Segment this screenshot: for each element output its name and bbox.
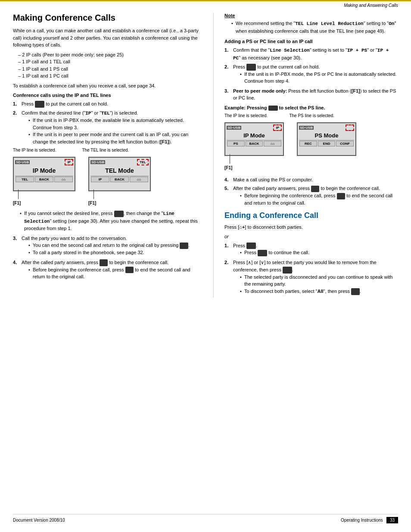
ending-step2-sub: The selected party is disconnected and y… xyxy=(233,274,398,295)
press-button-1 xyxy=(35,101,44,108)
step4-sub-list: Before beginning the conference call, pr… xyxy=(22,266,202,280)
f1-label-r: [F1] xyxy=(224,165,232,170)
step3-sub-1: You can end the second call and return t… xyxy=(28,242,202,249)
change-btn xyxy=(114,211,124,218)
ip-r-indicator: IP xyxy=(273,124,282,131)
remove-btn xyxy=(283,267,292,274)
ps-btn: PS xyxy=(227,141,245,146)
ps-mode-text: PS Mode xyxy=(299,132,354,139)
footer-operating-instructions: Operating Instructions xyxy=(341,518,383,523)
ending-step1-sub-1: Press to continue the call. xyxy=(240,249,398,256)
hold-btn-r xyxy=(246,64,256,71)
screen-tel: SD·USB TEL TEL Mode IP BACK ⌂⌂ xyxy=(88,157,151,191)
end-btn-r2 xyxy=(337,193,346,200)
screen-caption-tel: The TEL line is selected. xyxy=(82,148,129,152)
ending-step-2: Press [∧] or [∨] to select the party you… xyxy=(224,259,398,295)
arrow-line-right xyxy=(93,190,94,199)
conf-ip-tel-heading: Conference calls using the IP and TEL li… xyxy=(13,93,202,98)
screen-block-ip-r: SD·USB IP IP Mode PS BACK ⌂⌂ [F1] xyxy=(224,122,284,170)
screen-btns-ip-r: PS BACK ⌂⌂ xyxy=(227,140,282,147)
continue-btn xyxy=(258,250,267,257)
end-btn-inline xyxy=(180,243,188,249)
ending-step2-sub-2: To disconnect both parties, select "All"… xyxy=(240,288,398,295)
adding-step-5: After the called party answers, press to… xyxy=(224,185,398,206)
establish-note: To establish a conference call when you … xyxy=(13,82,202,90)
step3-sub-list: You can end the second call and return t… xyxy=(22,242,202,256)
footer-right: Operating Instructions 33 xyxy=(341,517,398,523)
ending-p1: Press [⌂+] to disconnect both parties. xyxy=(224,224,398,231)
ip-indicator: IP xyxy=(65,159,73,165)
note-bullet-1: We recommend setting the "TEL Line Level… xyxy=(231,20,398,34)
arrow-r-left xyxy=(230,154,230,164)
screen-block-ip: SD·USB IP IP Mode TEL BACK ⌂⌂ [F1] xyxy=(13,157,75,205)
screens-row-left: SD·USB IP IP Mode TEL BACK ⌂⌂ [F1] xyxy=(13,157,202,205)
right-column: Note We recommend setting the "TEL Line … xyxy=(224,13,398,298)
conf-btn-inline xyxy=(100,259,108,266)
ending-step-1: Press . Press to continue the call. xyxy=(224,242,398,257)
step4-sub-1: Before beginning the conference call, pr… xyxy=(28,266,202,280)
step-2: Confirm that the desired line ("IP" or "… xyxy=(13,109,202,146)
page-container: Making and Answering Calls Making Confer… xyxy=(0,0,411,532)
ip-btn: IP xyxy=(91,177,109,182)
arrow-line-left xyxy=(18,190,19,199)
adding-step-1: Confirm that the "Line Selection" settin… xyxy=(224,47,398,62)
ip-r-mode-text: IP Mode xyxy=(227,132,282,139)
note-heading: Note xyxy=(224,13,398,18)
footer: Document Version 2008/10 Operating Instr… xyxy=(13,514,398,523)
screens-row-right: SD·USB IP IP Mode PS BACK ⌂⌂ [F1] xyxy=(224,122,398,170)
back-btn: BACK xyxy=(35,177,53,182)
end-btn-inline-2 xyxy=(125,267,134,274)
page-title: Making Conference Calls xyxy=(13,13,202,23)
screen-caption-ip: The IP line is selected. xyxy=(13,148,56,152)
sdusb-r-right: SD·USB xyxy=(299,126,314,130)
ip-mode-text: IP Mode xyxy=(15,167,73,174)
screen-ip-r: SD·USB IP IP Mode PS BACK ⌂⌂ xyxy=(224,122,284,156)
after-screen-bullets: If you cannot select the desired line, p… xyxy=(13,210,202,232)
adding-step-3: Peer to peer mode only: Press the left f… xyxy=(224,87,398,102)
step2-sub-list: If the unit is in IP-PBX mode, the avail… xyxy=(22,117,202,145)
adding-step-4: Make a call using the PS or computer. xyxy=(224,176,398,184)
tel-indicator: TEL xyxy=(137,159,149,165)
steps-list: Press to put the current call on hold. C… xyxy=(13,100,202,145)
ending-title: Ending a Conference Call xyxy=(224,211,398,220)
back-btn-r: BACK xyxy=(246,141,263,146)
screen-ps: SD·USB PS Mode REC END CONF xyxy=(297,122,356,156)
back-btn-2: BACK xyxy=(110,177,129,182)
screen-caption-ip-r: The IP line is selected. xyxy=(224,113,268,118)
screen-captions-left: The IP line is selected. The TEL line is… xyxy=(13,148,202,152)
step-4: After the called party answers, press to… xyxy=(13,259,202,280)
intro-text: While on a call, you can make another ca… xyxy=(13,27,202,49)
footer-doc-version: Document Version 2008/10 xyxy=(13,518,65,523)
home-btn-2: ⌂⌂ xyxy=(130,177,148,182)
screen-buttons-tel: IP BACK ⌂⌂ xyxy=(90,176,149,183)
footer-page-number: 33 xyxy=(386,517,398,523)
steps-list-cont: Call the party you want to add to the co… xyxy=(13,235,202,280)
home-btn-r: ⌂⌂ xyxy=(264,141,281,146)
step3-sub-2: To call a party stored in the phonebook,… xyxy=(28,249,202,256)
top-header: Making and Answering Calls xyxy=(0,0,411,9)
ending-step1-sub: Press to continue the call. xyxy=(233,249,398,256)
end-btn: END xyxy=(318,141,336,146)
adding-steps-list: Confirm that the "Line Selection" settin… xyxy=(224,47,398,102)
screen-block-ps: SD·USB PS Mode REC END CONF xyxy=(297,122,356,156)
sdusb-r-left: SD·USB xyxy=(227,126,241,130)
adding-step2-sub: If the unit is in IP-PBX mode, the PS or… xyxy=(233,71,398,85)
step2-sub-2: If the unit is in peer to peer mode and … xyxy=(28,131,202,145)
tel-btn: TEL xyxy=(16,177,34,182)
screen-captions-right: The IP line is selected. The PS line is … xyxy=(224,113,398,118)
adding-step5-sub-1: Before beginning the conference call, pr… xyxy=(240,192,398,206)
ending-or: or xyxy=(224,233,398,240)
bullet-list: 2 IP calls (Peer to peer mode only; see … xyxy=(13,51,202,80)
step-1: Press to put the current call on hold. xyxy=(13,100,202,108)
left-column: Making Conference Calls While on a call,… xyxy=(13,13,202,298)
screen-buttons-ip: TEL BACK ⌂⌂ xyxy=(15,176,73,183)
screen-btns-ps: REC END CONF xyxy=(299,140,354,147)
header-title: Making and Answering Calls xyxy=(344,3,398,8)
sdusb-label-right: SD·USB xyxy=(90,160,105,164)
note-bullet-list: We recommend setting the "TEL Line Level… xyxy=(224,20,398,34)
step-3: Call the party you want to add to the co… xyxy=(13,235,202,256)
list-item: 1 IP call and 1 PC call xyxy=(18,72,202,80)
sdusb-label-left: SD·USB xyxy=(15,160,30,164)
content-area: Making Conference Calls While on a call,… xyxy=(0,13,411,298)
adding-heading: Adding a PS or PC line call to an IP cal… xyxy=(224,39,398,44)
